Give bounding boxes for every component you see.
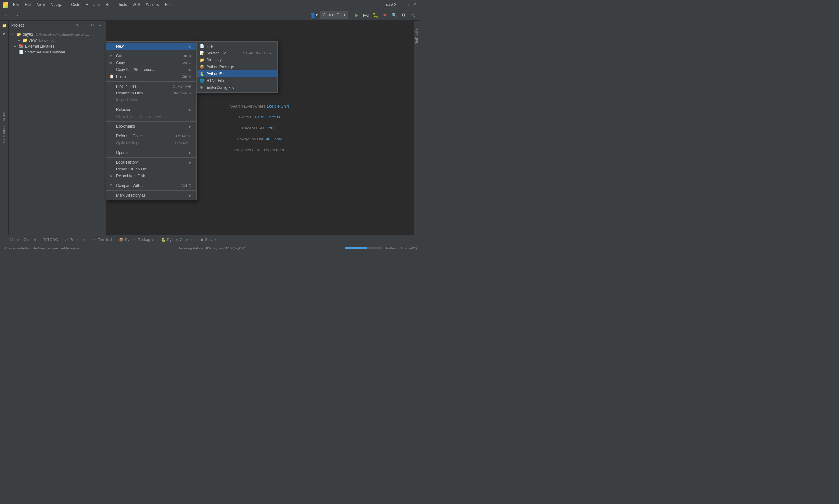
ctx-paste[interactable]: 📋 Paste Ctrl+V: [106, 73, 196, 80]
ctx-refactor[interactable]: Refactor ▶: [106, 106, 196, 113]
ctx-find-in-files[interactable]: Find in Files... Ctrl+Shift+F: [106, 83, 196, 90]
ctx-bookmarks[interactable]: Bookmarks ▶: [106, 123, 196, 130]
tab-problems[interactable]: ⚠ Problems: [62, 237, 89, 242]
menu-tools[interactable]: Tools: [116, 2, 129, 7]
ctx-find-label: Find in Files...: [116, 84, 140, 89]
venv-arrow: ▶: [18, 38, 21, 42]
search-everywhere-button[interactable]: 🔍: [390, 11, 398, 19]
maximize-button[interactable]: □: [407, 2, 411, 7]
submenu-editorconfig[interactable]: ⚙ EditorConfig File: [196, 84, 277, 91]
menu-window[interactable]: Window: [143, 2, 162, 7]
menu-help[interactable]: Help: [162, 2, 175, 7]
run-config-button[interactable]: Current File ▾: [320, 11, 348, 19]
ctx-cut[interactable]: ✂ Cut Ctrl+X: [106, 53, 196, 59]
sidebar-structure-icon[interactable]: Structure: [1, 106, 7, 123]
submenu-python-package[interactable]: 📦 Python Package: [196, 64, 277, 70]
stop-button[interactable]: ■: [381, 11, 389, 19]
ctx-replace-label: Replace in Files...: [116, 91, 146, 95]
menu-file[interactable]: File: [11, 2, 22, 7]
separator-7: [106, 157, 196, 158]
run-config-label: Current File: [323, 13, 342, 17]
root-path: C:\Users\Hao\PycharmProjects\c...: [36, 33, 89, 36]
project-settings-btn[interactable]: ⚙: [89, 22, 96, 29]
user-icon[interactable]: 👤▾: [310, 11, 318, 19]
git-button[interactable]: ⌥: [409, 11, 417, 19]
project-header: Project ▾ ⋮ ⚙ ─: [9, 21, 105, 30]
editorconfig-icon: ⚙: [200, 85, 203, 90]
settings-button[interactable]: ⚙: [399, 11, 408, 19]
ctx-paste-label: Paste: [116, 74, 126, 79]
project-expand-btn[interactable]: ⋮: [82, 22, 88, 29]
ctx-copy-path[interactable]: Copy Path/Reference... ▶: [106, 66, 196, 73]
menu-vcs[interactable]: VCS: [130, 2, 143, 7]
ctx-local-history[interactable]: Local History ▶: [106, 159, 196, 166]
menu-navigate[interactable]: Navigate: [48, 2, 68, 7]
ctx-mark-directory[interactable]: Mark Directory as ▶: [106, 192, 196, 199]
tab-terminal[interactable]: >_ Terminal: [89, 237, 115, 242]
tree-scratches[interactable]: ▶ 📄 Scratches and Consoles: [9, 49, 105, 55]
ctx-refactor-arrow: ▶: [189, 108, 191, 112]
separator-5: [106, 131, 196, 131]
menu-code[interactable]: Code: [69, 2, 83, 7]
ctx-repair-label: Repair IDE on File: [116, 167, 147, 171]
menu-view[interactable]: View: [34, 2, 48, 7]
tab-todo[interactable]: ☑ TODO: [39, 237, 61, 242]
html-file-icon: 🌐: [200, 78, 204, 83]
scratches-label: Scratches and Consoles: [25, 50, 66, 54]
toolbar-back-button[interactable]: ←: [2, 11, 11, 19]
ctx-copy[interactable]: ⧉ Copy Ctrl+C: [106, 59, 196, 66]
submenu-html-label: HTML File: [207, 78, 224, 83]
tree-root[interactable]: ▾ 📂 day02 C:\Users\Hao\PycharmProjects\c…: [9, 31, 105, 37]
ctx-reformat[interactable]: Reformat Code Ctrl+Alt+L: [106, 132, 196, 140]
ctx-compare[interactable]: ⊟ Compare With... Ctrl+D: [106, 182, 196, 189]
tab-python-packages[interactable]: 📦 Python Packages: [116, 237, 157, 242]
ctx-inspect-code[interactable]: Inspect Code...: [106, 96, 196, 104]
ctx-clean[interactable]: Clean Python Compiled Files: [106, 113, 196, 120]
left-sidebar: 📁 ✔ Structure Bookmarks: [0, 21, 9, 235]
hint-search-everywhere: Search Everywhere Double Shift: [230, 104, 289, 108]
tab-python-console[interactable]: 🐍 Python Console: [158, 237, 197, 242]
submenu-new: 📄 File 📝 Scratch File Ctrl+Alt+Shift+Ins…: [196, 41, 278, 92]
tab-services[interactable]: ⬢ Services: [197, 237, 222, 242]
ctx-replace-in-files[interactable]: Replace in Files... Ctrl+Shift+R: [106, 90, 196, 96]
menu-edit[interactable]: Edit: [22, 2, 34, 7]
ctx-reload[interactable]: ↻ Reload from Disk: [106, 173, 196, 179]
submenu-directory[interactable]: 📁 Directory: [196, 57, 277, 64]
ctx-cut-label: Cut: [116, 54, 122, 58]
toolbar-right: ▶ ▶⊕ 🐛 ■ 🔍 ⚙ ⌥: [353, 11, 417, 19]
tree-external-libs[interactable]: ▶ 📚 External Libraries: [9, 43, 105, 49]
tab-version-control[interactable]: ⎇ Version Control: [1, 237, 39, 242]
toolbar-forward-button[interactable]: →: [13, 11, 21, 19]
submenu-python-file[interactable]: 🐍 Python File: [196, 70, 277, 77]
ctx-copy-path-label: Copy Path/Reference...: [116, 68, 155, 72]
sidebar-commit-icon[interactable]: ✔: [1, 30, 8, 37]
directory-icon: 📁: [200, 58, 204, 62]
tree-venv[interactable]: ▶ 📁 venv library root: [9, 37, 105, 43]
submenu-scratch[interactable]: 📝 Scratch File Ctrl+Alt+Shift+Insert: [196, 50, 277, 57]
submenu-file[interactable]: 📄 File: [196, 43, 277, 50]
submenu-html-file[interactable]: 🌐 HTML File: [196, 77, 277, 84]
right-sidebar: Notifications: [413, 21, 420, 235]
run-button[interactable]: ▶: [353, 11, 361, 19]
ctx-open-in[interactable]: Open In ▶: [106, 149, 196, 156]
close-button[interactable]: ✕: [413, 2, 417, 7]
menu-run[interactable]: Run: [103, 2, 115, 7]
sidebar-bookmarks-icon[interactable]: Bookmarks: [1, 125, 7, 145]
ctx-reload-label: Reload from Disk: [116, 174, 145, 178]
python-version-label[interactable]: Python 3.10 (day02): [386, 246, 417, 250]
ctx-repair-ide[interactable]: Repair IDE on File: [106, 166, 196, 173]
main-layout: 📁 ✔ Structure Bookmarks Project ▾ ⋮ ⚙ ─ …: [0, 21, 420, 235]
project-tree: ▾ 📂 day02 C:\Users\Hao\PycharmProjects\c…: [9, 30, 105, 235]
menu-refactor[interactable]: Refactor: [83, 2, 102, 7]
ctx-optimize[interactable]: Optimize Imports Ctrl+Alt+O: [106, 140, 196, 146]
project-collapse-btn[interactable]: ▾: [74, 22, 81, 29]
copy-icon: ⧉: [109, 61, 112, 65]
run-with-coverage-button[interactable]: ▶⊕: [362, 11, 370, 19]
ctx-new[interactable]: New ▶: [106, 43, 196, 50]
sidebar-project-icon[interactable]: 📁: [1, 22, 8, 30]
debug-button[interactable]: 🐛: [371, 11, 379, 19]
venv-sublabel: library root: [39, 38, 55, 42]
project-close-btn[interactable]: ─: [97, 22, 103, 29]
notifications-label[interactable]: Notifications: [414, 23, 419, 47]
minimize-button[interactable]: ─: [401, 2, 406, 7]
